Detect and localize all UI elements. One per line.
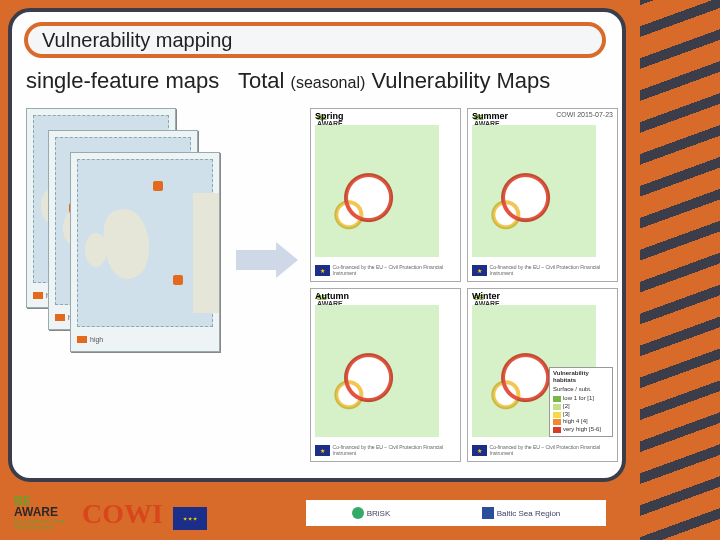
partner-logo-strip: BRiSK Baltic Sea Region: [306, 500, 606, 526]
eu-text: Co-financed by the EU – Civil Protection…: [333, 264, 456, 276]
subtitle-right-a: Total: [238, 68, 291, 93]
legend-label: high: [90, 336, 103, 343]
partner-name: Baltic Sea Region: [497, 509, 561, 518]
slide-frame: Vulnerability mapping single-feature map…: [8, 8, 626, 482]
legend-subtitle: Surface / subt.: [553, 386, 609, 394]
season-label: Autumn: [315, 291, 349, 301]
single-feature-map: BEAWARE high: [70, 152, 220, 352]
eu-flag-icon: ★: [315, 445, 330, 456]
slide-title: Vulnerability mapping: [42, 29, 232, 52]
legend-swatch: [553, 412, 561, 418]
beaware-logo: BE AWARE Bonn Agreement: Area-Wide Asses…: [14, 496, 72, 530]
eu-text: Co-financed by the EU – Civil Protection…: [490, 264, 613, 276]
legend-item: high 4 [4]: [563, 418, 588, 426]
season-label: Summer: [472, 111, 508, 121]
partner-logo: BRiSK: [352, 507, 391, 519]
partner-logo: Baltic Sea Region: [482, 507, 561, 519]
slide-title-pill: Vulnerability mapping: [24, 22, 606, 58]
legend-item: [2]: [563, 403, 570, 411]
map-legend: high: [77, 331, 213, 347]
cowi-logo: COWI: [82, 498, 163, 530]
coast-gradient: [315, 125, 456, 257]
legend-swatch: [553, 419, 561, 425]
seasonal-map-spring: BEAWARE Spring ★Co-financed by the EU – …: [310, 108, 461, 282]
legend-swatch: [55, 314, 65, 321]
eu-flag-icon: ★: [472, 445, 487, 456]
legend-swatch: [553, 427, 561, 433]
map-footer: ★Co-financed by the EU – Civil Protectio…: [315, 261, 456, 279]
coast-gradient: [472, 125, 613, 257]
eu-text: Co-financed by the EU – Civil Protection…: [333, 444, 456, 456]
subtitle-left: single-feature maps: [26, 68, 238, 94]
beaware-subtitle: Bonn Agreement: Area-Wide Assessment: [14, 518, 72, 530]
legend-swatch: [553, 404, 561, 410]
single-feature-map-stack: BEAWARE high BEAWARE high BEAWARE high: [26, 108, 226, 388]
eu-flag-icon: ★: [472, 265, 487, 276]
map-footer: ★Co-financed by the EU – Civil Protectio…: [472, 441, 613, 459]
legend-swatch: [553, 396, 561, 402]
map-footer: ★Co-financed by the EU – Civil Protectio…: [472, 261, 613, 279]
square-icon: [482, 507, 494, 519]
footer-logo-row: BE AWARE Bonn Agreement: Area-Wide Asses…: [14, 496, 207, 530]
map-footer: ★Co-financed by the EU – Civil Protectio…: [315, 441, 456, 459]
subtitle-row: single-feature maps Total (seasonal) Vul…: [26, 68, 616, 94]
subtitle-right-paren: (seasonal): [291, 74, 366, 91]
partner-name: BRiSK: [367, 509, 391, 518]
legend-item: very high [5-6]: [563, 426, 601, 434]
subtitle-right: Total (seasonal) Vulnerability Maps: [238, 68, 616, 94]
decorative-stripe-rail: [640, 0, 720, 540]
legend-title: Vulnerability habitats: [553, 370, 609, 386]
datestamp: COWI 2015-07-23: [556, 111, 613, 118]
coast-gradient: [315, 305, 456, 437]
seasonal-map-summer: BEAWARE Summer COWI 2015-07-23 ★Co-finan…: [467, 108, 618, 282]
legend-swatch: [33, 292, 43, 299]
legend-item: low 1 for [1]: [563, 395, 594, 403]
vulnerability-legend: Vulnerability habitats Surface / subt. l…: [549, 367, 613, 437]
eu-flag-icon: ★: [315, 265, 330, 276]
seasonal-map-grid: BEAWARE Spring ★Co-financed by the EU – …: [310, 108, 618, 462]
eu-flag-icon: ⋆⋆⋆: [173, 507, 207, 530]
feature-dots: [83, 165, 207, 321]
seasonal-map-autumn: BEAWARE Autumn ★Co-financed by the EU – …: [310, 288, 461, 462]
subtitle-right-b: Vulnerability Maps: [365, 68, 550, 93]
legend-swatch: [77, 336, 87, 343]
dot-icon: [352, 507, 364, 519]
legend-item: [3]: [563, 411, 570, 419]
arrow-icon: [236, 242, 298, 278]
season-label: Spring: [315, 111, 344, 121]
seasonal-map-winter: BEAWARE Winter Vulnerability habitats Su…: [467, 288, 618, 462]
season-label: Winter: [472, 291, 500, 301]
eu-text: Co-financed by the EU – Civil Protection…: [490, 444, 613, 456]
